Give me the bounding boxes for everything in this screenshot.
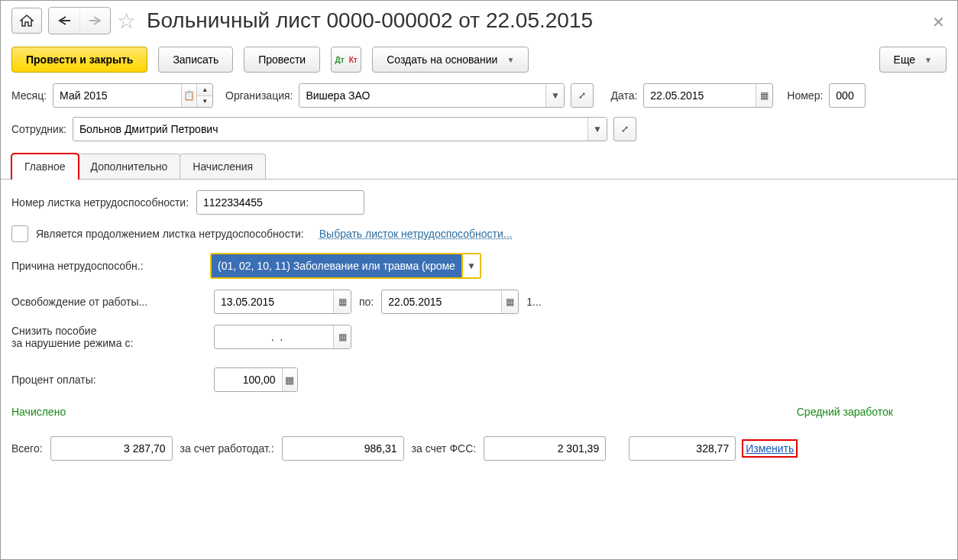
org-dropdown-icon[interactable]: ▼ (545, 84, 564, 107)
post-and-close-button[interactable]: Провести и закрыть (11, 47, 147, 73)
release-from-group: ▦ (214, 290, 351, 314)
employee-input[interactable] (73, 118, 587, 141)
cause-select[interactable]: (01, 02, 10, 11) Заболевание или травма … (210, 253, 481, 279)
employee-label: Сотрудник: (11, 123, 66, 135)
avg-input-group (629, 436, 736, 461)
more-button[interactable]: Еще▼ (879, 47, 947, 73)
release-to-calendar-icon[interactable]: ▦ (501, 290, 519, 313)
nav-back-button[interactable] (49, 8, 79, 34)
reduce-date-input[interactable] (215, 325, 333, 348)
employer-input-group (282, 436, 404, 461)
total-input-group (50, 436, 173, 461)
release-to-group: ▦ (381, 290, 519, 314)
release-from-input[interactable] (215, 290, 333, 313)
release-to-input[interactable] (382, 290, 500, 313)
home-button[interactable] (11, 8, 42, 34)
date-input[interactable] (644, 84, 756, 107)
employee-input-group: ▼ (73, 117, 607, 141)
month-input[interactable] (53, 84, 180, 107)
nav-forward-button[interactable] (79, 8, 110, 34)
select-previous-sheet-link[interactable]: Выбрать листок нетрудоспособности... (319, 228, 513, 240)
continuation-checkbox[interactable] (11, 225, 28, 242)
percent-input-group: ▦ (214, 367, 298, 392)
month-spin-down[interactable]: ▼ (197, 95, 212, 107)
month-picker-icon[interactable]: 📋 (181, 84, 197, 107)
release-days: 1... (526, 296, 541, 308)
number-input-group (829, 83, 866, 108)
save-button[interactable]: Записать (158, 47, 233, 73)
total-input[interactable] (51, 437, 172, 460)
sick-number-input[interactable] (197, 191, 364, 214)
post-button[interactable]: Провести (244, 47, 320, 73)
dtkt-button[interactable]: ДтКт (331, 47, 361, 73)
total-label: Всего: (11, 442, 43, 455)
nav-back-forward (48, 7, 111, 34)
avg-input[interactable] (629, 437, 735, 460)
tab-accruals[interactable]: Начисления (180, 154, 266, 179)
release-to-label: по: (359, 296, 374, 308)
fss-input[interactable] (484, 437, 605, 460)
employee-dropdown-icon[interactable]: ▼ (587, 118, 607, 141)
avg-header: Средний заработок (797, 406, 893, 418)
reduce-label-1: Снизить пособие (11, 325, 206, 337)
change-avg-link[interactable]: Изменить (743, 441, 796, 456)
percent-calc-icon[interactable]: ▦ (282, 368, 297, 391)
reduce-date-group: ▦ (214, 325, 351, 349)
reduce-label-2: за нарушение режима с: (11, 337, 206, 349)
sick-number-label: Номер листка нетрудоспособности: (11, 196, 189, 209)
month-spin-up[interactable]: ▲ (197, 84, 212, 95)
release-from-calendar-icon[interactable]: ▦ (333, 290, 351, 313)
release-label: Освобождение от работы... (11, 296, 206, 308)
employee-open-button[interactable]: ⤢ (613, 117, 636, 141)
tabs: Главное Дополнительно Начисления (1, 146, 957, 180)
document-title: Больничный лист 0000-000002 от 22.05.201… (147, 8, 593, 33)
percent-input[interactable] (215, 368, 282, 391)
cause-value: (01, 02, 10, 11) Заболевание или травма … (212, 254, 461, 277)
org-input-group: ▼ (299, 83, 565, 108)
fss-label: за счет ФСС: (412, 442, 477, 455)
fss-input-group (484, 436, 606, 461)
tab-main[interactable]: Главное (11, 154, 79, 179)
sick-number-input-group (196, 190, 364, 215)
org-open-button[interactable]: ⤢ (571, 83, 594, 108)
create-based-on-button[interactable]: Создать на основании▼ (372, 47, 529, 73)
continuation-label: Является продолжением листка нетрудоспос… (36, 228, 304, 240)
accrued-header: Начислено (11, 406, 66, 418)
close-icon[interactable]: ✕ (932, 13, 945, 31)
month-spinner: ▲ ▼ (196, 84, 212, 107)
date-input-group: ▦ (643, 83, 773, 108)
tab-additional[interactable]: Дополнительно (78, 154, 181, 179)
date-calendar-icon[interactable]: ▦ (756, 84, 772, 107)
org-input[interactable] (299, 84, 545, 107)
favorite-star-icon[interactable]: ☆ (117, 8, 136, 34)
month-label: Месяц: (11, 89, 47, 102)
month-input-group: 📋 ▲ ▼ (53, 83, 213, 108)
number-label: Номер: (787, 89, 823, 102)
reduce-calendar-icon[interactable]: ▦ (333, 325, 351, 348)
cause-label: Причина нетрудоспособн.: (11, 260, 202, 272)
cause-dropdown-icon[interactable]: ▼ (461, 254, 480, 277)
number-input[interactable] (830, 84, 865, 107)
employer-input[interactable] (283, 437, 403, 460)
org-label: Организация: (225, 89, 293, 102)
date-label: Дата: (610, 89, 637, 102)
percent-label: Процент оплаты: (11, 374, 206, 386)
employer-label: за счет работодат.: (180, 442, 274, 455)
